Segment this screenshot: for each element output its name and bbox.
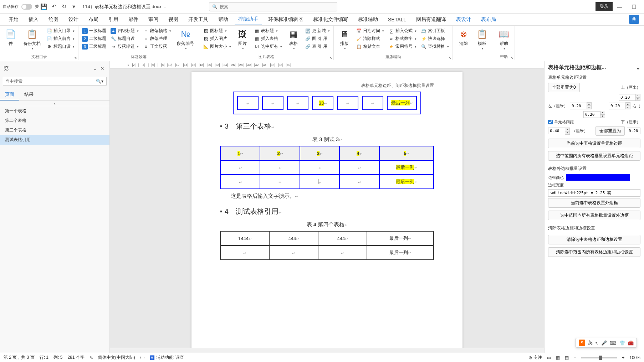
help-button[interactable]: 📖帮助▾ bbox=[495, 27, 512, 53]
update-field-button[interactable]: 🔄更 新域▾ bbox=[303, 27, 331, 35]
search-box[interactable]: 🔍 bbox=[209, 2, 337, 11]
nav-item[interactable]: 第三个表格 bbox=[0, 125, 109, 135]
tab-table-layout[interactable]: 表布局 bbox=[477, 14, 500, 25]
set-range-table-margin-button[interactable]: 选中范围内所有表格批量设置单元格边距 bbox=[548, 151, 640, 161]
para-preformat-button[interactable]: ≡段落预格▾ bbox=[142, 27, 173, 35]
tab-layout[interactable]: 布局 bbox=[85, 14, 102, 25]
reset-zero-button[interactable]: 全部重置为0 bbox=[548, 83, 580, 92]
ime-voice-icon[interactable]: 🎤 bbox=[601, 340, 607, 346]
index-panel-button[interactable]: 📇索引面板 bbox=[419, 27, 450, 35]
spacing-stepper[interactable]: ▴▾ bbox=[548, 128, 570, 135]
share-button[interactable]: 共 bbox=[629, 15, 639, 24]
tab-insert[interactable]: 插入 bbox=[25, 14, 42, 25]
table-header[interactable]: 2↩ bbox=[260, 146, 300, 160]
template-button[interactable]: 📋模板▾ bbox=[474, 27, 491, 55]
sb-zoom-slider[interactable] bbox=[581, 357, 617, 358]
pane-dropdown-icon[interactable]: ⌄ bbox=[636, 64, 640, 71]
tab-youdao[interactable]: 网易有道翻译 bbox=[413, 14, 450, 25]
table-cell[interactable]: ↩ bbox=[220, 175, 260, 189]
nav-collapse-icon[interactable]: ▴ bbox=[0, 101, 109, 106]
table-cell[interactable]: 最后一列↩ bbox=[367, 231, 434, 245]
nav-item[interactable]: 第一个表格 bbox=[0, 106, 109, 116]
table-cell[interactable]: ↩ bbox=[300, 160, 339, 175]
ime-toolbar[interactable]: S 英 •, 🎤 ⌨ 👕 🧰 bbox=[576, 338, 637, 348]
title-custom-button[interactable]: ⚙标题自设▾ bbox=[45, 43, 76, 50]
table-caption-3[interactable]: 表 3 测试 3↩ bbox=[220, 136, 434, 143]
nav-search-input[interactable] bbox=[3, 77, 93, 86]
table-cell[interactable]: ↩ bbox=[260, 175, 300, 189]
launcher-icon[interactable]: ⬊ bbox=[449, 56, 451, 60]
paste-text-button[interactable]: 📋粘贴文本 bbox=[354, 43, 385, 50]
sb-page[interactable]: 第 2 页，共 3 页 bbox=[4, 355, 35, 361]
select-all-button[interactable]: ☑选中所有▾ bbox=[252, 43, 283, 50]
redo-icon[interactable]: ↻ bbox=[59, 2, 69, 12]
quick-select-button[interactable]: ⚡快速选择 bbox=[419, 35, 450, 42]
launcher-icon[interactable]: ⬊ bbox=[74, 56, 77, 60]
border-width-select[interactable] bbox=[548, 189, 640, 197]
backup-doc-button[interactable]: 📋备份文档▾ bbox=[21, 27, 44, 53]
horizontal-ruler[interactable]: ▸ |2| | |4| | |6| | |8| |10| |12| |14| |… bbox=[110, 61, 544, 68]
table-cell[interactable]: ↩ bbox=[339, 175, 379, 189]
border-color-picker[interactable] bbox=[566, 174, 630, 181]
table-cell[interactable]: ↩ bbox=[262, 96, 283, 110]
set-current-table-margin-button[interactable]: 当前选中表格设置单元格边距 bbox=[548, 139, 640, 148]
tab-env-editor[interactable]: 环保标准编辑器 bbox=[265, 14, 307, 25]
tab-help[interactable]: 帮助 bbox=[215, 14, 232, 25]
insert-formula-button[interactable]: ∑插入公式▾ bbox=[387, 27, 418, 35]
sb-zoom-in-icon[interactable]: + bbox=[622, 355, 624, 360]
title-custom2-button[interactable]: 🔧标题自设 bbox=[109, 35, 140, 42]
para-cleanup-button[interactable]: ≡段落整理 bbox=[142, 35, 173, 42]
autosave-toggle[interactable]: 自动保存 关 bbox=[3, 4, 39, 10]
ime-punct-icon[interactable]: •, bbox=[596, 340, 598, 346]
table-cell[interactable]: 444↩ bbox=[318, 231, 367, 245]
tab-standard-write[interactable]: 标准化文件编写 bbox=[310, 14, 352, 25]
nav-tab-pages[interactable]: 页面 bbox=[0, 89, 19, 100]
tab-review[interactable]: 审阅 bbox=[145, 14, 162, 25]
sb-accessibility[interactable]: 🚹 辅助功能: 调查 bbox=[149, 355, 184, 361]
layout-button[interactable]: 🖥排版▾ bbox=[336, 27, 353, 53]
table-cell[interactable]: ↩ bbox=[300, 175, 339, 189]
table-cell[interactable]: ↩ bbox=[287, 96, 308, 110]
minimize-icon[interactable]: — bbox=[613, 1, 627, 12]
nav-close-icon[interactable]: ✕ bbox=[99, 64, 106, 73]
sb-proof-icon[interactable]: ✎ bbox=[90, 355, 93, 360]
cell-spacing-checkbox[interactable]: 单元格间距 bbox=[548, 119, 574, 125]
table-cell[interactable]: 最后一列↩ bbox=[379, 175, 434, 189]
insert-preface-button[interactable]: 📄插入前言▾ bbox=[45, 35, 76, 42]
sb-language[interactable]: 简体中文(中国大陆) bbox=[98, 355, 135, 361]
right-margin-stepper[interactable]: ▴▾ bbox=[609, 102, 630, 109]
datetime-button[interactable]: 📅日期时间▾ bbox=[354, 27, 385, 35]
tab-home[interactable]: 开始 bbox=[5, 14, 22, 25]
qat-dropdown-icon[interactable]: ▾ bbox=[69, 2, 79, 12]
left-margin-stepper[interactable]: ▴▾ bbox=[570, 102, 592, 109]
nav-tab-results[interactable]: 结果 bbox=[19, 89, 39, 100]
heading3-button[interactable]: 3三级标题 bbox=[81, 43, 108, 50]
table-cell[interactable]: ↩ bbox=[269, 245, 318, 260]
tab-draw[interactable]: 绘图 bbox=[45, 14, 62, 25]
table-caption-button[interactable]: ▦表标题▾ bbox=[252, 27, 283, 35]
nav-dropdown-icon[interactable]: ⌄ bbox=[92, 64, 99, 73]
search-input[interactable] bbox=[220, 4, 334, 9]
table-cell[interactable]: 最后一列↩ bbox=[379, 160, 434, 175]
table-1[interactable]: ↩ ↩ ↩ 33↩ ↩ ↩ 最后一列↩ bbox=[233, 92, 421, 114]
file-button[interactable]: 📄件 bbox=[2, 27, 19, 53]
sb-view-read-icon[interactable]: ▭ bbox=[547, 355, 551, 360]
tab-table-design[interactable]: 表设计 bbox=[453, 14, 475, 25]
login-button[interactable]: 登录 bbox=[596, 2, 613, 11]
nav-item[interactable]: 测试表格引用 bbox=[0, 135, 109, 145]
figure-ref-button[interactable]: 🔗图 引 用 bbox=[303, 35, 331, 42]
heading-3[interactable]: ▪ 3 第三个表格↩ bbox=[220, 121, 434, 131]
reset-all-button[interactable]: 全部重置为 bbox=[596, 126, 625, 136]
tab-view[interactable]: 视图 bbox=[165, 14, 182, 25]
sogou-icon[interactable]: S bbox=[579, 340, 585, 346]
clear-current-button[interactable]: 清除选中表格边距和边框设置 bbox=[548, 235, 640, 244]
table-cell[interactable]: ↩ bbox=[237, 96, 259, 110]
table-cell[interactable]: ↩ bbox=[220, 245, 269, 260]
table-cell[interactable]: 最后一列↩ bbox=[387, 96, 417, 110]
sb-view-print-icon[interactable]: ▦ bbox=[556, 355, 560, 360]
ime-skin-icon[interactable]: 👕 bbox=[619, 340, 625, 346]
tab-references[interactable]: 引用 bbox=[105, 14, 122, 25]
table-cell[interactable]: ↩ bbox=[220, 160, 260, 175]
table-cell[interactable]: 最后一列↩ bbox=[367, 245, 434, 260]
undo-icon[interactable]: ↶ bbox=[49, 2, 59, 12]
